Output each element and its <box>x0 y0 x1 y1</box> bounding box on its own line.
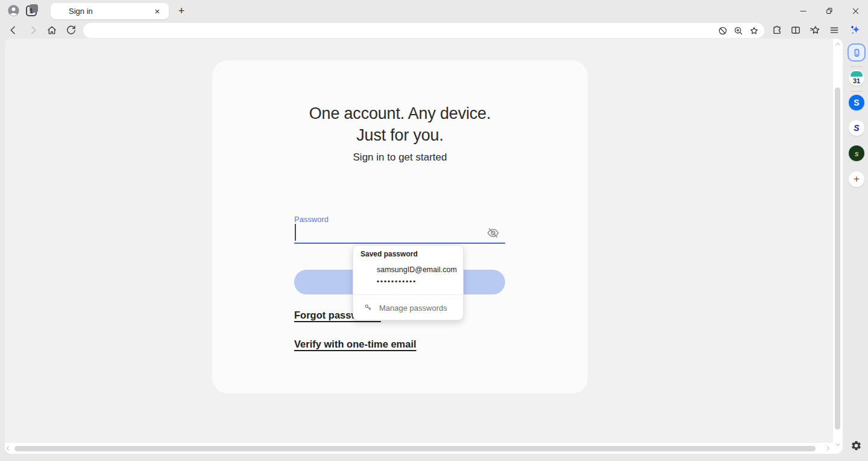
calendar-icon[interactable]: 31 <box>849 70 864 86</box>
forward-button[interactable] <box>27 24 39 36</box>
calendar-day: 31 <box>849 77 864 84</box>
close-window-button[interactable] <box>851 6 860 16</box>
password-underline <box>294 243 505 244</box>
phone-panel-icon[interactable] <box>848 43 866 62</box>
url-bar[interactable] <box>83 23 764 38</box>
password-input[interactable] <box>295 224 476 240</box>
page-subtitle: Sign in to get started <box>212 151 588 164</box>
horizontal-scrollbar-thumb[interactable] <box>14 446 816 451</box>
text-cursor <box>295 224 296 241</box>
tab-count: 1 <box>30 7 33 14</box>
menu-icon[interactable] <box>828 24 840 36</box>
back-button[interactable] <box>7 24 19 36</box>
scroll-left-arrow[interactable] <box>4 444 12 453</box>
sidebar-divider <box>851 91 863 92</box>
refresh-button[interactable] <box>65 24 77 36</box>
tab-manager-icon[interactable]: 1 <box>26 5 37 16</box>
saved-password-popup: Saved password samsungID@email.com •••••… <box>353 245 464 320</box>
page-title: One account. Any device. Just for you. <box>212 103 588 146</box>
tab-title: Sign in <box>69 7 152 16</box>
signin-card: One account. Any device. Just for you. S… <box>212 60 588 393</box>
app-icon-s-blue[interactable]: S <box>849 95 864 110</box>
split-view-icon[interactable] <box>790 24 802 36</box>
extensions-puzzle-icon[interactable] <box>771 24 783 36</box>
url-input[interactable] <box>92 23 717 38</box>
home-button[interactable] <box>46 24 58 36</box>
profile-avatar-icon[interactable] <box>7 4 20 17</box>
ai-assistant-icon[interactable] <box>849 24 861 36</box>
tab-close-icon[interactable]: × <box>152 6 163 17</box>
scroll-up-arrow[interactable] <box>834 40 842 48</box>
sidebar-divider <box>851 66 863 67</box>
app-icon-s-white[interactable]: S <box>849 120 864 136</box>
saved-password-mask: ••••••••••• <box>377 278 417 285</box>
manage-passwords-button[interactable]: Manage passwords <box>353 296 463 319</box>
content-blocker-icon[interactable] <box>717 25 728 36</box>
saved-email: samsungID@email.com <box>377 265 457 274</box>
vertical-scrollbar-thumb[interactable] <box>835 87 840 430</box>
verify-one-time-email-link[interactable]: Verify with one-time email <box>294 339 417 350</box>
popup-header: Saved password <box>360 250 418 258</box>
zoom-in-icon[interactable] <box>733 25 744 36</box>
minimize-button[interactable] <box>798 6 808 16</box>
scroll-right-arrow[interactable] <box>824 444 832 453</box>
tab-strip: 1 Sign in × + <box>0 0 868 22</box>
popup-divider <box>353 294 463 295</box>
bookmark-star-icon[interactable] <box>749 25 760 36</box>
favorites-star-icon[interactable] <box>809 24 821 36</box>
heading-line1: One account. Any device. <box>212 103 588 124</box>
settings-gear-icon[interactable] <box>851 440 862 451</box>
manage-passwords-label: Manage passwords <box>379 304 447 313</box>
key-icon <box>363 303 373 313</box>
restore-button[interactable] <box>825 6 834 16</box>
calendar-header <box>851 71 863 77</box>
password-label: Password <box>294 215 329 224</box>
saved-credential-row[interactable]: samsungID@email.com ••••••••••• <box>353 261 463 293</box>
browser-tab[interactable]: Sign in × <box>51 3 169 19</box>
app-icon-s-green[interactable]: s <box>849 145 864 161</box>
scroll-down-arrow[interactable] <box>834 440 842 449</box>
show-password-toggle[interactable] <box>485 224 502 241</box>
heading-line2: Just for you. <box>212 124 588 146</box>
add-panel-button[interactable]: + <box>849 171 864 187</box>
new-tab-button[interactable]: + <box>175 4 188 17</box>
